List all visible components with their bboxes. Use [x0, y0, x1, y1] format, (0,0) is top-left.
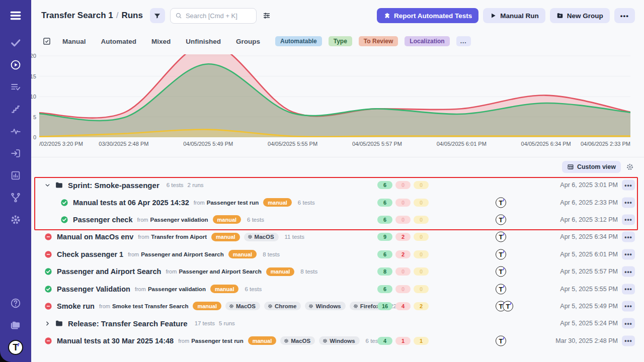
- header-more-button[interactable]: •••: [614, 8, 635, 23]
- run-row[interactable]: Passenger checkfromPassenger validationm…: [31, 211, 644, 228]
- result-counts: 800: [377, 267, 429, 276]
- more-dots-icon: •••: [624, 199, 632, 206]
- avatar: T: [496, 266, 506, 277]
- more-tags-button[interactable]: ...: [456, 36, 471, 46]
- skipped-count: 0: [414, 181, 429, 189]
- env-chip-windows: Windows: [305, 302, 345, 310]
- x-tick-label: 03/30/2025 2:48 PM: [99, 141, 148, 147]
- report-automated-tests-button[interactable]: Report Automated Tests: [377, 8, 478, 23]
- tab-unfinished[interactable]: Unfinished: [186, 38, 221, 45]
- status-failed-icon: [44, 233, 52, 241]
- run-date: Apr 5, 2025 5:55 PM: [560, 286, 618, 293]
- failed-count: 2: [395, 233, 411, 241]
- manual-badge: manual: [263, 198, 292, 207]
- avatar: T: [496, 214, 506, 225]
- result-counts: 600: [377, 181, 429, 189]
- tag-type[interactable]: Type: [329, 36, 352, 46]
- sidebar-item-analytics[interactable]: [8, 168, 23, 183]
- run-tests-count: 8 tests: [300, 268, 317, 275]
- failed-count: 0: [395, 199, 411, 207]
- tab-groups[interactable]: Groups: [236, 38, 260, 45]
- avatar-tick-icon: [510, 302, 511, 305]
- failed-count: 0: [395, 181, 411, 189]
- avatar-tick-icon: [503, 267, 504, 270]
- sidebar-item-help[interactable]: [8, 296, 23, 311]
- row-more-button[interactable]: •••: [622, 284, 635, 294]
- sidebar-item-import[interactable]: [8, 146, 23, 161]
- custom-view-button[interactable]: Custom view: [562, 161, 621, 173]
- status-passed-icon: [44, 267, 52, 276]
- projects-icon: [10, 320, 21, 331]
- row-more-button[interactable]: •••: [622, 335, 635, 346]
- failed-count: 4: [395, 302, 411, 310]
- tag-to-review[interactable]: To Review: [359, 36, 398, 46]
- row-more-button[interactable]: •••: [622, 214, 635, 225]
- chevron-right-icon[interactable]: [44, 320, 51, 327]
- row-more-button[interactable]: •••: [622, 266, 635, 277]
- sidebar-item-runs[interactable]: [8, 57, 23, 72]
- skipped-count: 0: [414, 267, 429, 276]
- avatar: T: [496, 249, 506, 259]
- list-settings-button[interactable]: [626, 163, 634, 171]
- row-more-button[interactable]: •••: [622, 197, 635, 208]
- report-button-label: Report Automated Tests: [394, 12, 472, 20]
- sidebar-item-test-plans[interactable]: [8, 79, 23, 95]
- sidebar-item-menu[interactable]: [8, 8, 23, 23]
- sidebar-bottom-nav: [8, 296, 23, 340]
- tab-mixed[interactable]: Mixed: [151, 38, 171, 45]
- tab-manual[interactable]: Manual: [62, 38, 86, 45]
- avatar: T: [496, 335, 506, 346]
- run-date: Apr 5, 2025 5:57 PM: [560, 268, 618, 275]
- run-from-label: from: [178, 338, 189, 344]
- run-row[interactable]: Manual tests at 30 Mar 2025 14:48fromPas…: [31, 332, 644, 349]
- run-row[interactable]: Passenger and Airport SearchfromPassenge…: [31, 263, 644, 280]
- row-more-button[interactable]: •••: [622, 232, 635, 242]
- run-tests-count: 6 tests: [298, 200, 315, 206]
- manual-run-label: Manual Run: [500, 12, 539, 20]
- run-title: Smoke run: [57, 302, 95, 310]
- tab-automated[interactable]: Automated: [101, 38, 137, 45]
- run-row[interactable]: Smoke runfromSmoke test Transfer Searchm…: [31, 298, 644, 315]
- row-more-button[interactable]: •••: [622, 301, 635, 311]
- avatar-letter: T: [499, 268, 503, 276]
- row-more-button[interactable]: •••: [622, 318, 635, 329]
- filter-button[interactable]: [150, 8, 165, 23]
- folder-icon: [55, 319, 63, 328]
- new-group-button[interactable]: New Group: [550, 8, 610, 23]
- tag-localization[interactable]: Localization: [405, 36, 449, 46]
- x-tick-label: 04/05/2025 5:55 PM: [268, 141, 317, 147]
- sidebar-item-tests[interactable]: [8, 35, 23, 50]
- search-input[interactable]: [186, 12, 252, 20]
- app-logo[interactable]: T: [8, 340, 23, 355]
- run-row[interactable]: Manual tests at 06 Apr 2025 14:32fromPas…: [31, 194, 644, 211]
- breadcrumb-project[interactable]: Transfer Search 1: [41, 11, 113, 20]
- sidebar-item-settings[interactable]: [8, 212, 23, 227]
- run-date: Apr 5, 2025 5:49 PM: [560, 303, 618, 310]
- sidebar-item-branches[interactable]: [8, 190, 23, 205]
- tag-automatable[interactable]: Automatable: [275, 36, 322, 46]
- env-chip-label: MacOS: [236, 303, 256, 309]
- skipped-count: 1: [414, 337, 429, 345]
- manual-run-button[interactable]: Manual Run: [483, 8, 545, 23]
- search-icon: [175, 12, 182, 19]
- run-date: Mar 30, 2025 2:48 PM: [555, 337, 618, 344]
- sidebar-item-pulse[interactable]: [8, 124, 23, 139]
- sidebar-item-projects[interactable]: [8, 318, 23, 333]
- run-row[interactable]: Check passenger 1fromPassenger and Airpo…: [31, 246, 644, 263]
- chevron-down-icon[interactable]: [44, 182, 51, 189]
- row-more-button[interactable]: •••: [622, 180, 635, 191]
- run-title: Manual on MacOs env: [57, 233, 133, 241]
- x-tick-label: 04/05/2025 6:34 PM: [521, 141, 571, 147]
- run-row[interactable]: Manual on MacOs envfromTransfer from Aip…: [31, 228, 644, 245]
- group-row[interactable]: Sprint: Smoke-passenger6 tests2 runs600A…: [31, 176, 644, 194]
- sidebar-item-milestones[interactable]: [8, 102, 23, 117]
- run-row[interactable]: Passenger ValidationfromPassenger valida…: [31, 280, 644, 297]
- y-tick-label: 10: [31, 94, 36, 100]
- env-chip-chrome: Chrome: [264, 302, 301, 310]
- row-more-button[interactable]: •••: [622, 249, 635, 259]
- group-row[interactable]: Release: Transfer Search Feature17 tests…: [31, 315, 644, 332]
- env-gear-icon: [284, 338, 289, 343]
- display-settings-button[interactable]: [262, 11, 271, 20]
- run-source: Passenger and Airport Search: [141, 251, 223, 257]
- select-all-button[interactable]: [42, 37, 51, 46]
